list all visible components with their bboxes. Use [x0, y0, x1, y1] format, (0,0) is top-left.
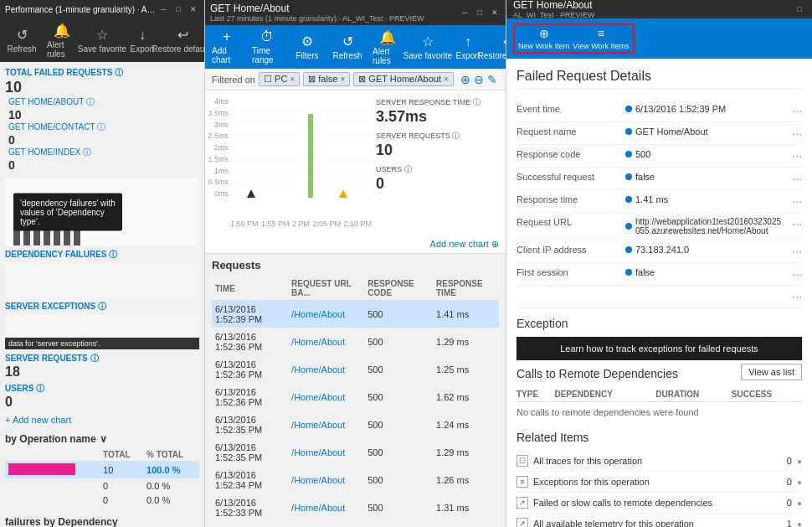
- users-label: USERS ⓘ: [376, 164, 506, 175]
- req-resp-time-cell: 1.26 ms: [433, 467, 499, 494]
- users-metric: USERS ⓘ 0: [376, 164, 506, 193]
- alert-rules-btn[interactable]: 🔔 Alert rules: [47, 23, 77, 59]
- get-home-about-link[interactable]: GET HOME/ABOUT ⓘ: [8, 96, 199, 108]
- related-item[interactable]: ↗ Failed or slow calls to remote depende…: [516, 493, 802, 514]
- maximize-btn-right[interactable]: □: [794, 3, 805, 15]
- new-work-item-btn[interactable]: ⊕ New Work Item: [518, 27, 569, 50]
- req-time-cell: 6/13/2016 1:52:39 PM: [212, 301, 288, 328]
- related-item-icon: ≡: [516, 476, 528, 488]
- maximize-btn[interactable]: □: [172, 3, 184, 15]
- export-icon: ↓: [139, 28, 146, 43]
- table-row[interactable]: 6/13/2016 1:52:36 PM /Home/About 500 1.6…: [212, 384, 499, 411]
- related-item[interactable]: ☐ All traces for this operation 0 ●: [516, 451, 802, 472]
- restore-btn[interactable]: ↩ Restore defaults: [167, 27, 198, 54]
- related-item-dot: ●: [797, 478, 802, 487]
- table-row[interactable]: 6/13/2016 1:52:35 PM /Home/About 500 1.2…: [212, 439, 499, 467]
- response-code-actions[interactable]: ···: [782, 149, 802, 163]
- table-row[interactable]: 6/13/2016 1:52:39 PM /Home/About 500 1.4…: [212, 301, 499, 328]
- sort-icon[interactable]: ∨: [100, 433, 107, 445]
- zoom-fit-btn[interactable]: ⊕: [460, 73, 470, 86]
- col-code: RESPONSE CODE: [364, 276, 433, 301]
- exception-btn[interactable]: Learn how to track exceptions for failed…: [516, 337, 802, 360]
- detail-row-request-url: Request URL http://webapplication1test20…: [516, 213, 802, 240]
- minimize-btn[interactable]: ─: [157, 3, 169, 15]
- filter-tag-operation[interactable]: ⊠ GET Home/About ×: [353, 72, 454, 86]
- extra-actions[interactable]: ···: [782, 290, 802, 303]
- filters-btn[interactable]: ⚙ Filters: [292, 34, 322, 60]
- req-resp-time-cell: 1.29 ms: [433, 439, 499, 467]
- users-title: USERS ⓘ: [5, 383, 199, 395]
- save-mid-btn[interactable]: ☆ Save favorite: [413, 34, 443, 60]
- client-ip-actions[interactable]: ···: [782, 245, 802, 258]
- related-item-dot: ●: [797, 457, 802, 466]
- alert-mid-btn[interactable]: 🔔 Alert rules: [373, 29, 403, 65]
- left-mini-chart: 'dependency failures' with values of 'De…: [5, 178, 199, 245]
- close-btn-mid[interactable]: ✕: [489, 7, 501, 18]
- req-url-cell: /Home/About: [288, 467, 364, 494]
- time-range-btn[interactable]: ⏱ Time range: [252, 29, 282, 65]
- alert-icon: 🔔: [54, 23, 70, 39]
- filter-tag-false[interactable]: ⊠ false ×: [303, 72, 350, 86]
- minimize-btn-mid[interactable]: ─: [459, 7, 470, 18]
- table-row[interactable]: 0 0.0 %: [5, 493, 199, 508]
- refresh-mid-btn[interactable]: ↺ Refresh: [332, 34, 362, 60]
- svg-rect-4: [54, 229, 60, 245]
- refresh-btn[interactable]: ↺ Refresh: [7, 27, 37, 54]
- table-row[interactable]: 6/13/2016 1:52:35 PM /Home/About 500 1.2…: [212, 411, 499, 439]
- y-axis-labels: 4ms 3.5ms 3ms 2.5ms 2ms 1.5ms 1ms 0.5ms …: [205, 97, 229, 198]
- add-new-chart-left[interactable]: + Add new chart: [5, 415, 199, 425]
- req-code-cell: 500: [364, 411, 433, 439]
- maximize-btn-mid[interactable]: □: [474, 7, 486, 18]
- table-row[interactable]: 6/13/2016 1:52:34 PM /Home/About 500 1.2…: [212, 467, 499, 494]
- related-item[interactable]: ≡ Exceptions for this operation 0 ●: [516, 472, 802, 493]
- get-home-contact-link[interactable]: GET HOME/CONTACT ⓘ: [8, 121, 199, 133]
- filter-tag-pc[interactable]: ☐ PC ×: [259, 72, 300, 86]
- req-time-cell: 6/13/2016 1:52:35 PM: [212, 411, 288, 439]
- table-row[interactable]: 6/13/2016 1:52:36 PM /Home/About 500 1.2…: [212, 356, 499, 384]
- related-item-count: 0: [775, 498, 792, 508]
- request-name-actions[interactable]: ···: [782, 127, 802, 140]
- left-dependency-chart: [5, 264, 199, 297]
- table-row[interactable]: 10 100.0 %: [5, 462, 199, 479]
- event-time-actions[interactable]: ···: [782, 104, 802, 117]
- detail-row-first-session: First session false ···: [516, 263, 802, 286]
- request-url-actions[interactable]: ···: [782, 217, 802, 230]
- get-home-index-link[interactable]: GET HOME/INDEX ⓘ: [8, 147, 199, 158]
- save-favorite-btn[interactable]: ☆ Save favorite: [87, 27, 117, 54]
- op-pct-cell: 0.0 %: [143, 493, 199, 508]
- table-row[interactable]: 6/13/2016 1:52:36 PM /Home/About 500 1.2…: [212, 328, 499, 356]
- server-response-time-value: 3.57ms: [376, 108, 506, 126]
- calls-empty-message: No calls to remote dependencies were fou…: [516, 402, 802, 422]
- zoom-select-btn[interactable]: ✎: [487, 73, 497, 86]
- left-server-exc-chart: data for 'server exceptions'.: [5, 316, 199, 349]
- close-btn[interactable]: ✕: [188, 3, 199, 15]
- remove-operation-filter[interactable]: ×: [444, 75, 449, 84]
- zoom-out-btn[interactable]: ⊖: [474, 73, 484, 86]
- req-code-cell: 500: [364, 522, 433, 528]
- table-row[interactable]: 0 0.0 %: [5, 479, 199, 493]
- detail-row-extra: ···: [516, 286, 802, 308]
- dot-request-url: [625, 223, 632, 230]
- restore-mid-btn[interactable]: ↩ Restore defaults: [493, 34, 506, 60]
- server-response-time-label: SERVER RESPONSE TIME ⓘ: [376, 97, 506, 108]
- related-item[interactable]: ↗ All available telemetry for this opera…: [516, 514, 802, 527]
- view-as-list-btn[interactable]: View as list: [741, 364, 802, 380]
- table-row[interactable]: 6/13/2016 1:52:33 PM /Home/About 500 1.3…: [212, 494, 499, 522]
- view-work-items-btn[interactable]: ≡ View Work Items: [573, 27, 629, 50]
- first-session-actions[interactable]: ···: [782, 267, 802, 281]
- total-failed-requests-block: TOTAL FAILED REQUESTS ⓘ 10 GET HOME/ABOU…: [5, 67, 199, 172]
- users-chart-value: 0: [376, 175, 506, 193]
- successful-actions[interactable]: ···: [782, 172, 802, 185]
- add-chart-btn[interactable]: + Add chart: [212, 29, 242, 65]
- req-resp-time-cell: 1.24 ms: [433, 411, 499, 439]
- remove-pc-filter[interactable]: ×: [290, 75, 295, 84]
- svg-rect-15: [308, 114, 313, 198]
- req-time-cell: 6/13/2016 1:52:33 PM: [212, 494, 288, 522]
- add-new-chart-mid[interactable]: Add new chart ⊕: [430, 239, 499, 250]
- table-row[interactable]: 6/13/2016 1:52:30 PM /Home/About 500 23.…: [212, 522, 499, 528]
- x-axis-labels: 1:50 PM 1:55 PM 2 PM 2:05 PM 2:10 PM: [230, 220, 372, 228]
- remove-false-filter[interactable]: ×: [340, 75, 345, 84]
- op-total-cell: 0: [100, 493, 143, 508]
- response-time-actions[interactable]: ···: [782, 194, 802, 208]
- right-panel: GET Home/About AL_WI_Test · PREVIEW ─ □ …: [506, 0, 812, 527]
